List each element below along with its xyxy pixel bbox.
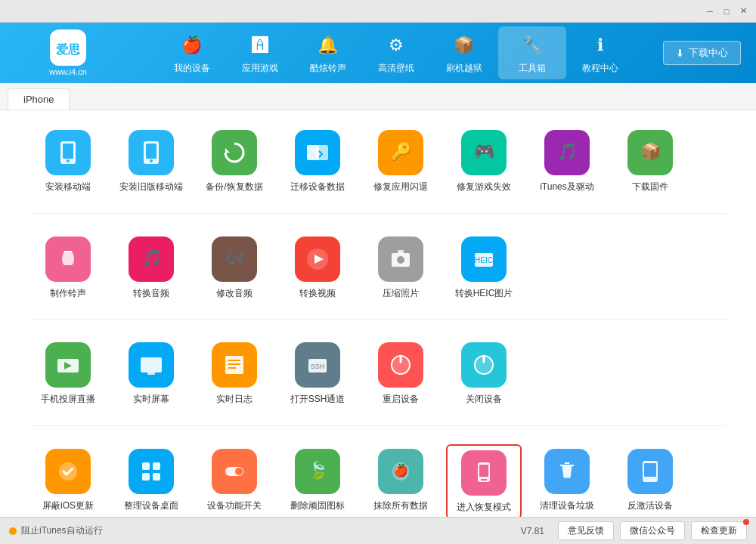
tool-row-1: 安装移动端 安装旧版移动端 备份/恢复数据 迁移设备数据 [30, 125, 726, 214]
tool-item-安装移动端[interactable]: 安装移动端 [30, 125, 106, 198]
svg-point-4 [67, 159, 70, 162]
tool-icon-手机投屏直播 [45, 342, 91, 388]
tool-row-4: 屏蔽iOS更新 整理设备桌面 设备功能开关 🍃 删除顽固图标 [30, 444, 726, 517]
tool-item-修改音频[interactable]: 🎶 修改音频 [197, 232, 272, 304]
status-bar: 阻止iTunes自动运行 V7.81 意见反馈 微信公众号 检查更新 [0, 517, 756, 544]
tool-item-抹除所有数据[interactable]: 🍎 抹除所有数据 [363, 444, 438, 517]
tool-icon-下载固件: 📦 [627, 130, 673, 175]
tool-item-进入恢复模式[interactable]: 进入恢复模式 [446, 444, 522, 517]
tool-item-压缩照片[interactable]: 压缩照片 [363, 232, 438, 304]
tool-icon-关闭设备 [461, 342, 507, 388]
tool-icon-备份/恢复数据 [212, 130, 257, 175]
tool-label-修复游戏失效: 修复游戏失效 [457, 181, 511, 193]
download-center-button[interactable]: ⬇ 下载中心 [663, 41, 741, 65]
nav-icon-2: 🔔 [314, 32, 342, 59]
tool-item-关闭设备[interactable]: 关闭设备 [446, 338, 522, 410]
tool-label-删除顽固图标: 删除顽固图标 [290, 500, 345, 512]
tool-label-压缩照片: 压缩照片 [383, 288, 419, 300]
tool-label-实时屏幕: 实时屏幕 [133, 394, 169, 406]
tool-item-转换HEIC图片[interactable]: HEIC 转换HEIC图片 [446, 232, 522, 304]
header: 爱思 www.i4.cn 🍎 我的设备 🅰 应用游戏 🔔 酷炫铃声 ⚙ 高清壁纸… [0, 23, 756, 83]
tool-icon-抹除所有数据: 🍎 [378, 449, 423, 494]
nav-icon-1: 🅰 [246, 32, 274, 59]
tool-icon-屏蔽iOS更新 [45, 449, 91, 494]
tool-icon-修复游戏失效: 🎮 [461, 130, 507, 175]
wechat-button[interactable]: 微信公众号 [620, 521, 685, 540]
tool-icon-整理设备桌面 [129, 449, 174, 494]
tool-row-3: 手机投屏直播 实时屏幕 实时日志 SSH 打开SSH通道 [30, 338, 726, 426]
tool-label-修复应用闪退: 修复应用闪退 [373, 181, 428, 193]
tool-icon-iTunes及驱动: 🎵 [544, 130, 590, 175]
svg-text:📦: 📦 [640, 141, 662, 162]
update-button[interactable]: 检查更新 [691, 521, 747, 540]
tool-item-删除顽固图标[interactable]: 🍃 删除顽固图标 [280, 444, 355, 517]
tab-bar: iPhone [0, 83, 756, 110]
tool-item-实时日志[interactable]: 实时日志 [197, 338, 272, 410]
tool-label-屏蔽iOS更新: 屏蔽iOS更新 [42, 500, 94, 512]
tool-icon-安装旧版移动端 [129, 130, 174, 175]
tool-item-iTunes及驱动[interactable]: 🎵 iTunes及驱动 [529, 125, 605, 198]
svg-rect-54 [644, 463, 656, 477]
tool-item-实时屏幕[interactable]: 实时屏幕 [113, 338, 189, 410]
tool-item-制作铃声[interactable]: 制作铃声 [30, 232, 106, 304]
tool-item-重启设备[interactable]: 重启设备 [363, 338, 438, 410]
tool-label-备份/恢复数据: 备份/恢复数据 [206, 181, 262, 193]
nav-label-4: 刷机越狱 [446, 62, 482, 75]
tool-item-转换视频[interactable]: 转换视频 [280, 232, 355, 304]
svg-text:🔑: 🔑 [391, 141, 412, 162]
tool-item-下载固件[interactable]: 📦 下载固件 [612, 125, 688, 198]
tool-label-设备功能开关: 设备功能开关 [207, 500, 262, 512]
tool-label-打开SSH通道: 打开SSH通道 [290, 394, 345, 406]
logo-url: www.i4.cn [49, 67, 87, 76]
svg-rect-40 [142, 462, 150, 470]
tool-item-转换音频[interactable]: 🎵 转换音频 [113, 232, 189, 304]
tool-item-反激活设备[interactable]: 反激活设备 [612, 444, 688, 517]
tool-item-修复应用闪退[interactable]: 🔑 修复应用闪退 [363, 125, 438, 198]
tool-item-清理设备垃圾[interactable]: 清理设备垃圾 [529, 444, 605, 517]
svg-text:🎵: 🎵 [141, 248, 163, 268]
tool-icon-制作铃声 [45, 236, 91, 282]
nav-item-我的设备[interactable]: 🍎 我的设备 [158, 26, 226, 79]
tool-label-迁移设备数据: 迁移设备数据 [290, 181, 345, 193]
tool-icon-安装移动端 [45, 130, 91, 175]
tool-icon-转换视频 [295, 236, 340, 282]
tool-icon-迁移设备数据 [295, 130, 340, 175]
nav-item-高清壁纸[interactable]: ⚙ 高清壁纸 [362, 26, 430, 79]
tool-item-整理设备桌面[interactable]: 整理设备桌面 [113, 444, 189, 517]
svg-text:SSH: SSH [311, 363, 325, 370]
tool-item-屏蔽iOS更新[interactable]: 屏蔽iOS更新 [30, 444, 106, 517]
nav-item-应用游戏[interactable]: 🅰 应用游戏 [226, 26, 294, 79]
svg-marker-8 [225, 148, 230, 153]
nav-items: 🍎 我的设备 🅰 应用游戏 🔔 酷炫铃声 ⚙ 高清壁纸 📦 刷机越狱 🔧 工具箱… [129, 26, 663, 79]
tool-label-iTunes及驱动: iTunes及驱动 [540, 181, 594, 193]
nav-item-工具箱[interactable]: 🔧 工具箱 [498, 26, 566, 79]
maximize-button[interactable]: □ [720, 5, 733, 18]
tool-item-安装旧版移动端[interactable]: 安装旧版移动端 [113, 125, 189, 198]
logo-area: 爱思 www.i4.cn [8, 29, 129, 76]
tool-icon-修复应用闪退: 🔑 [378, 130, 423, 175]
tool-icon-打开SSH通道: SSH [295, 342, 340, 388]
nav-item-教程中心[interactable]: ℹ 教程中心 [566, 26, 634, 79]
nav-icon-0: 🍎 [178, 32, 206, 59]
tool-label-安装移动端: 安装移动端 [45, 181, 91, 193]
tool-item-打开SSH通道[interactable]: SSH 打开SSH通道 [280, 338, 355, 410]
feedback-button[interactable]: 意见反馈 [558, 521, 614, 540]
nav-item-刷机越狱[interactable]: 📦 刷机越狱 [430, 26, 498, 79]
tool-item-修复游戏失效[interactable]: 🎮 修复游戏失效 [446, 125, 522, 198]
tool-item-手机投屏直播[interactable]: 手机投屏直播 [30, 338, 106, 410]
svg-text:🎮: 🎮 [474, 141, 495, 162]
nav-icon-5: 🔧 [519, 32, 546, 59]
tool-item-备份/恢复数据[interactable]: 备份/恢复数据 [197, 125, 272, 198]
svg-text:🎵: 🎵 [557, 141, 578, 162]
tool-item-迁移设备数据[interactable]: 迁移设备数据 [280, 125, 355, 198]
tool-label-转换视频: 转换视频 [299, 288, 336, 300]
close-button[interactable]: ✕ [736, 5, 750, 18]
tool-item-设备功能开关[interactable]: 设备功能开关 [197, 444, 272, 517]
minimize-button[interactable]: ─ [703, 5, 717, 18]
tab-iphone[interactable]: iPhone [8, 88, 70, 110]
svg-rect-27 [141, 357, 162, 372]
svg-point-21 [397, 256, 404, 264]
nav-item-酷炫铃声[interactable]: 🔔 酷炫铃声 [294, 26, 362, 79]
svg-text:🍎: 🍎 [393, 463, 408, 478]
tool-row-2: 制作铃声 🎵 转换音频 🎶 修改音频 转换视频 [30, 232, 726, 320]
